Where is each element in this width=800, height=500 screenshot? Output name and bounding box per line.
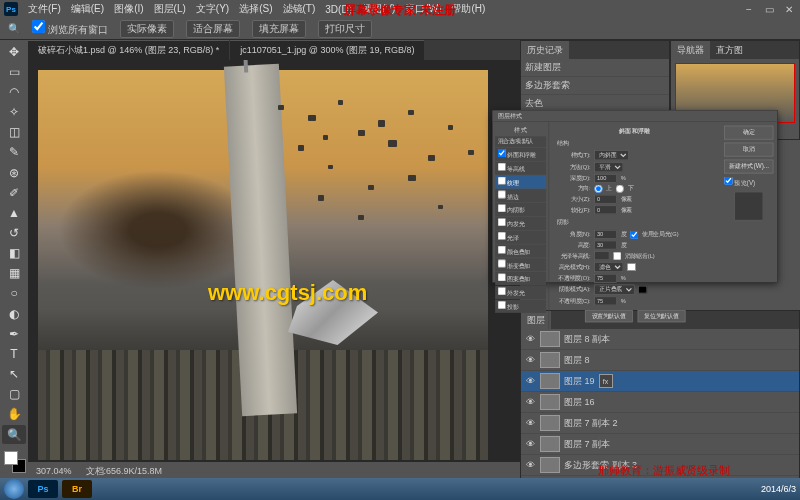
visibility-icon[interactable]: 👁 (524, 376, 536, 386)
fit-screen-button[interactable]: 适合屏幕 (186, 20, 240, 38)
layer-thumb[interactable] (540, 331, 560, 347)
wand-tool[interactable]: ✧ (2, 102, 26, 121)
style-opt-inner-shadow[interactable]: 内阴影 (495, 203, 546, 216)
style-opt-stroke[interactable]: 描边 (495, 189, 546, 202)
layer-thumb[interactable] (540, 373, 560, 389)
crop-tool[interactable]: ◫ (2, 123, 26, 142)
style-opt-color-overlay[interactable]: 颜色叠加 (495, 244, 546, 257)
blend-options[interactable]: 混合选项:默认 (495, 136, 546, 147)
hand-tool[interactable]: ✋ (2, 405, 26, 424)
taskbar-ps-icon[interactable]: Ps (28, 480, 58, 498)
reset-default-button[interactable]: 复位为默认值 (637, 310, 685, 322)
type-tool[interactable]: T (2, 344, 26, 363)
maximize-icon[interactable]: ▭ (762, 4, 776, 15)
eraser-tool[interactable]: ◧ (2, 244, 26, 263)
depth-input[interactable] (594, 174, 617, 183)
brush-tool[interactable]: ✐ (2, 183, 26, 202)
eyedropper-tool[interactable]: ✎ (2, 143, 26, 162)
visibility-icon[interactable]: 👁 (524, 439, 536, 449)
highlight-color-swatch[interactable] (627, 263, 636, 271)
layer-thumb[interactable] (540, 394, 560, 410)
preview-checkbox[interactable]: 预览(V) (724, 177, 773, 188)
doc-tab-2[interactable]: jc1107051_1.jpg @ 300% (图层 19, RGB/8) (230, 40, 424, 60)
shadow-mode-select[interactable]: 正片叠底 (594, 285, 634, 295)
path-tool[interactable]: ↖ (2, 365, 26, 384)
scroll-all-checkbox[interactable]: 浏览所有窗口 (32, 20, 108, 37)
antialias-checkbox[interactable] (613, 252, 621, 260)
fx-badge[interactable]: fx (599, 374, 613, 388)
taskbar-br-icon[interactable]: Br (62, 480, 92, 498)
shape-tool[interactable]: ▢ (2, 385, 26, 404)
style-opt-contour[interactable]: 等高线 (495, 161, 546, 174)
menu-select[interactable]: 选择(S) (239, 2, 272, 16)
menu-layer[interactable]: 图层(L) (154, 2, 186, 16)
visibility-icon[interactable]: 👁 (524, 460, 536, 470)
history-tab[interactable]: 历史记录 (521, 41, 569, 59)
stamp-tool[interactable]: ▲ (2, 203, 26, 222)
layers-list[interactable]: 👁图层 8 副本 👁图层 8 👁图层 19fx 👁图层 16 👁图层 7 副本 … (521, 329, 799, 479)
size-input[interactable] (594, 195, 617, 204)
menu-help[interactable]: 帮助(H) (451, 2, 485, 16)
heal-tool[interactable]: ⊛ (2, 163, 26, 182)
angle-input[interactable] (594, 230, 617, 239)
histogram-tab[interactable]: 直方图 (710, 41, 749, 59)
visibility-icon[interactable]: 👁 (524, 334, 536, 344)
style-opt-gradient-overlay[interactable]: 渐变叠加 (495, 258, 546, 271)
canvas-viewport[interactable]: www.cgtsj.com (28, 60, 520, 462)
pen-tool[interactable]: ✒ (2, 324, 26, 343)
dir-up-radio[interactable] (594, 185, 602, 193)
zoom-level[interactable]: 307.04% (36, 466, 72, 476)
menu-image[interactable]: 图像(I) (114, 2, 143, 16)
lasso-tool[interactable]: ◠ (2, 82, 26, 101)
global-light-checkbox[interactable] (630, 230, 638, 238)
minimize-icon[interactable]: − (742, 4, 756, 15)
start-button[interactable] (4, 479, 24, 499)
history-brush-tool[interactable]: ↺ (2, 223, 26, 242)
menu-type[interactable]: 文字(Y) (196, 2, 229, 16)
visibility-icon[interactable]: 👁 (524, 418, 536, 428)
layer-thumb[interactable] (540, 415, 560, 431)
blur-tool[interactable]: ○ (2, 284, 26, 303)
set-default-button[interactable]: 设置为默认值 (585, 310, 633, 322)
print-size-button[interactable]: 打印尺寸 (318, 20, 372, 38)
color-swatches[interactable] (2, 449, 26, 478)
layer-thumb[interactable] (540, 352, 560, 368)
actual-pixels-button[interactable]: 实际像素 (120, 20, 174, 38)
doc-tab-1[interactable]: 破碎石小城1.psd @ 146% (图层 23, RGB/8) * (28, 40, 229, 60)
style-opt-pattern-overlay[interactable]: 图案叠加 (495, 272, 546, 285)
close-icon[interactable]: ✕ (782, 4, 796, 15)
marquee-tool[interactable]: ▭ (2, 62, 26, 81)
soften-input[interactable] (594, 205, 617, 214)
style-opt-drop-shadow[interactable]: 投影 (495, 300, 546, 313)
gradient-tool[interactable]: ▦ (2, 264, 26, 283)
method-select[interactable]: 平滑 (594, 162, 623, 172)
menu-file[interactable]: 文件(F) (28, 2, 61, 16)
menu-filter[interactable]: 滤镜(T) (283, 2, 316, 16)
fg-color-swatch[interactable] (4, 451, 18, 465)
highlight-opacity-input[interactable] (594, 274, 617, 283)
gloss-contour-swatch[interactable] (594, 251, 609, 260)
layer-thumb[interactable] (540, 436, 560, 452)
altitude-input[interactable] (594, 241, 617, 250)
visibility-icon[interactable]: 👁 (524, 397, 536, 407)
style-opt-outer-glow[interactable]: 外发光 (495, 286, 546, 299)
dodge-tool[interactable]: ◐ (2, 304, 26, 323)
style-opt-bevel[interactable]: 斜面和浮雕 (495, 148, 546, 161)
layer-thumb[interactable] (540, 457, 560, 473)
zoom-tool[interactable]: 🔍 (2, 425, 26, 444)
new-style-button[interactable]: 新建样式(W)... (724, 160, 773, 174)
shadow-opacity-input[interactable] (594, 297, 617, 306)
style-opt-inner-glow[interactable]: 内发光 (495, 217, 546, 230)
fill-screen-button[interactable]: 填充屏幕 (252, 20, 306, 38)
ok-button[interactable]: 确定 (724, 126, 773, 140)
visibility-icon[interactable]: 👁 (524, 355, 536, 365)
dir-down-radio[interactable] (616, 185, 624, 193)
move-tool[interactable]: ✥ (2, 42, 26, 61)
style-select[interactable]: 内斜面 (594, 150, 629, 160)
cancel-button[interactable]: 取消 (724, 143, 773, 157)
dialog-title[interactable]: 图层样式 (493, 111, 777, 122)
menu-edit[interactable]: 编辑(E) (71, 2, 104, 16)
navigator-tab[interactable]: 导航器 (671, 41, 710, 59)
style-opt-satin[interactable]: 光泽 (495, 231, 546, 244)
style-opt-texture[interactable]: 纹理 (495, 175, 546, 188)
